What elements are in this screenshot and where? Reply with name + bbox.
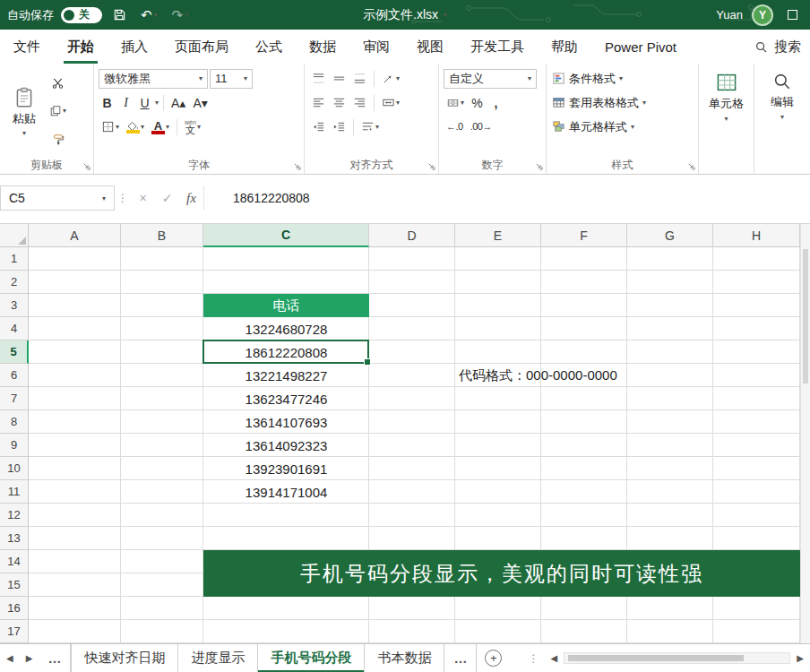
- cell-C5[interactable]: 18612220808: [203, 340, 369, 364]
- decrease-font-size-button[interactable]: A▾: [190, 93, 210, 113]
- sheet-nav-right[interactable]: ▶: [20, 644, 39, 672]
- row-header-16[interactable]: 16: [0, 597, 29, 620]
- undo-button[interactable]: ↶ ▾: [137, 5, 161, 25]
- styles-dialog-launcher[interactable]: [687, 162, 695, 170]
- row-header-12[interactable]: 12: [0, 504, 29, 527]
- document-title[interactable]: 示例文件.xlsx ▾: [363, 7, 447, 23]
- cell-C10[interactable]: 13923901691: [203, 457, 369, 480]
- row-header-2[interactable]: 2: [0, 271, 29, 294]
- number-dialog-launcher[interactable]: [535, 162, 543, 170]
- vertical-scrollbar[interactable]: [800, 224, 810, 643]
- decrease-indent-button[interactable]: [309, 117, 328, 137]
- row-header-9[interactable]: 9: [0, 434, 29, 457]
- ribbon-tab-file[interactable]: 文件: [0, 30, 54, 64]
- row-header-4[interactable]: 4: [0, 317, 29, 340]
- cells-area[interactable]: 电话13224680728186122208081322149822713623…: [29, 247, 800, 643]
- wrap-text-button[interactable]: ▾: [358, 117, 382, 137]
- row-header-10[interactable]: 10: [0, 457, 29, 480]
- clipboard-dialog-launcher[interactable]: [82, 162, 90, 170]
- conditional-formatting-button[interactable]: 条件格式 ▾: [548, 66, 696, 90]
- sheet-tabs-overflow-right[interactable]: …: [444, 644, 477, 672]
- name-box-resize-handle[interactable]: ⋮: [115, 185, 131, 211]
- cell-C9[interactable]: 13614092323: [203, 434, 369, 457]
- column-header-E[interactable]: E: [455, 224, 541, 247]
- cell-C7[interactable]: 13623477246: [203, 387, 369, 410]
- banner-cell[interactable]: 手机号码分段显示，美观的同时可读性强: [203, 550, 800, 597]
- ribbon-tab-home[interactable]: 开始: [54, 30, 108, 64]
- confirm-entry-button[interactable]: ✓: [155, 185, 179, 211]
- cell-C8[interactable]: 13614107693: [203, 410, 369, 434]
- cut-button[interactable]: [47, 73, 69, 92]
- formula-input[interactable]: 18612220808: [203, 185, 810, 211]
- row-header-8[interactable]: 8: [0, 410, 29, 434]
- font-name-select[interactable]: 微软雅黑 ▾: [99, 69, 208, 89]
- paste-button[interactable]: 粘贴 ▾: [2, 66, 47, 156]
- align-top-button[interactable]: [309, 69, 328, 89]
- percent-style-button[interactable]: %: [469, 93, 486, 113]
- row-header-13[interactable]: 13: [0, 527, 29, 550]
- cell-C11[interactable]: 13914171004: [203, 480, 369, 504]
- cells-button[interactable]: 单元格 ▾: [701, 66, 752, 123]
- cell-C3[interactable]: 电话: [203, 294, 369, 317]
- column-header-D[interactable]: D: [369, 224, 455, 247]
- phonetic-guide-button[interactable]: wén文 ▾: [182, 117, 203, 137]
- ribbon-tab-power-pivot[interactable]: Power Pivot: [591, 30, 690, 64]
- autosave-toggle[interactable]: 关: [61, 7, 102, 23]
- increase-indent-button[interactable]: [330, 117, 349, 137]
- ribbon-tab-developer[interactable]: 开发工具: [457, 30, 538, 64]
- row-header-7[interactable]: 7: [0, 387, 29, 410]
- alignment-dialog-launcher[interactable]: [427, 162, 435, 170]
- cell-styles-button[interactable]: 单元格样式 ▾: [548, 115, 696, 139]
- bold-button[interactable]: B: [99, 93, 116, 113]
- row-header-11[interactable]: 11: [0, 480, 29, 504]
- horizontal-scrollbar[interactable]: [564, 652, 790, 664]
- avatar[interactable]: Y: [752, 4, 773, 26]
- editing-button[interactable]: 编辑 ▾: [756, 66, 808, 121]
- column-header-H[interactable]: H: [713, 224, 800, 247]
- select-all-corner[interactable]: [0, 224, 29, 247]
- sheet-tab-book-data[interactable]: 书本数据: [365, 644, 444, 672]
- cell-C6[interactable]: 13221498227: [203, 364, 369, 387]
- column-header-A[interactable]: A: [29, 224, 121, 247]
- align-bottom-button[interactable]: [350, 69, 369, 89]
- name-box[interactable]: C5 ▾: [0, 185, 115, 211]
- column-header-F[interactable]: F: [541, 224, 627, 247]
- row-header-15[interactable]: 15: [0, 573, 29, 597]
- hscroll-right-arrow[interactable]: ▶: [790, 644, 810, 672]
- fill-color-button[interactable]: ▾: [124, 117, 147, 137]
- ribbon-tab-insert[interactable]: 插入: [108, 30, 161, 64]
- copy-button[interactable]: ▾: [47, 101, 69, 121]
- row-header-3[interactable]: 3: [0, 294, 29, 317]
- sheet-tab-quick-align-date[interactable]: 快速对齐日期: [71, 644, 178, 672]
- horizontal-scrollbar-thumb[interactable]: [568, 655, 744, 661]
- ribbon-tab-review[interactable]: 审阅: [349, 30, 403, 64]
- sheet-tabs-overflow-left[interactable]: …: [39, 644, 71, 672]
- underline-button[interactable]: U: [136, 93, 153, 113]
- font-color-button[interactable]: A ▾: [149, 117, 172, 137]
- ribbon-tab-data[interactable]: 数据: [296, 30, 349, 64]
- hscroll-left-arrow[interactable]: ◀: [544, 644, 564, 672]
- comma-style-button[interactable]: ,: [487, 93, 504, 113]
- ribbon-tab-page-layout[interactable]: 页面布局: [161, 30, 242, 64]
- borders-button[interactable]: ▾: [99, 117, 122, 137]
- format-painter-button[interactable]: [47, 130, 69, 150]
- row-header-1[interactable]: 1: [0, 247, 29, 271]
- column-header-B[interactable]: B: [121, 224, 203, 247]
- number-format-select[interactable]: 自定义 ▾: [444, 69, 537, 89]
- align-center-button[interactable]: [330, 93, 349, 113]
- cell-E6[interactable]: 代码格式：000-0000-0000: [455, 364, 742, 387]
- save-button[interactable]: [109, 6, 130, 23]
- new-sheet-button[interactable]: +: [485, 650, 502, 667]
- window-restore-button[interactable]: [782, 10, 803, 20]
- font-size-select[interactable]: 11 ▾: [210, 69, 253, 89]
- tab-area-resize-grip[interactable]: ⋮: [522, 644, 544, 672]
- increase-decimal-button[interactable]: ←.0: [444, 117, 466, 137]
- decrease-decimal-button[interactable]: .00→: [468, 117, 495, 137]
- align-left-button[interactable]: [309, 93, 328, 113]
- user-name[interactable]: Yuan: [716, 8, 743, 22]
- redo-button[interactable]: ↷ ▾: [168, 5, 193, 25]
- ribbon-search[interactable]: 搜索: [745, 30, 810, 64]
- row-header-14[interactable]: 14: [0, 550, 29, 573]
- accounting-format-button[interactable]: ▾: [444, 93, 467, 113]
- align-middle-button[interactable]: [330, 69, 349, 89]
